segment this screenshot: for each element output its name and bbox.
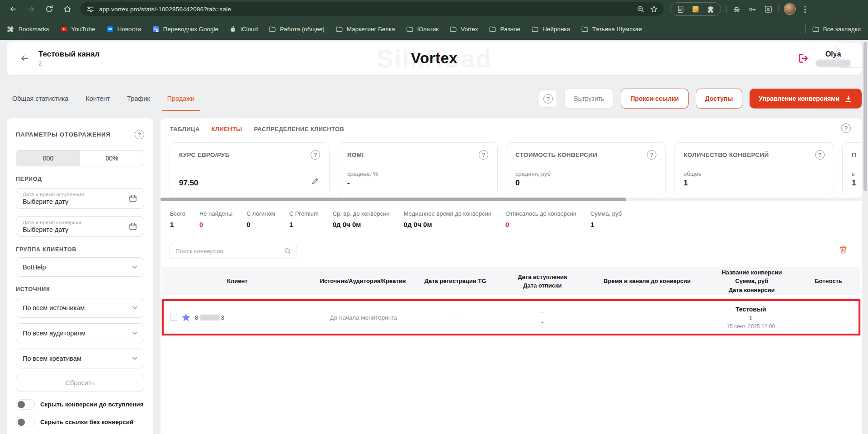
apps-grid-icon[interactable] bbox=[6, 25, 14, 33]
bookmark-item[interactable]: Vortex bbox=[449, 25, 478, 33]
bookmark-label: Переводчик Google bbox=[163, 26, 218, 33]
all-bookmarks-button[interactable]: Все закладки bbox=[812, 25, 861, 33]
export-button[interactable]: Выгрузить bbox=[564, 89, 613, 108]
bookmarks-divider bbox=[805, 24, 806, 33]
password-key-icon[interactable] bbox=[748, 5, 757, 14]
bookmark-item[interactable]: YouTube bbox=[60, 25, 95, 33]
bookmark-label: Татьяна Шумская bbox=[592, 26, 642, 33]
bookmark-item[interactable]: Маркетинг Белка bbox=[335, 25, 395, 33]
section-tab[interactable]: Трафик bbox=[127, 86, 150, 111]
view-subtab[interactable]: РАСПРЕДЕЛЕНИЕ КЛИЕНТОВ bbox=[254, 126, 344, 132]
delete-button[interactable] bbox=[838, 245, 848, 256]
section-tab[interactable]: Общая статистика bbox=[12, 86, 68, 111]
chevron-down-icon bbox=[132, 357, 137, 360]
bookmark-item[interactable]: Новости bbox=[106, 25, 141, 33]
client-group-label: ГРУППА КЛИЕНТОВ bbox=[16, 246, 144, 253]
metric-card-values: общее 1 bbox=[684, 170, 702, 188]
logout-icon[interactable] bbox=[797, 52, 809, 64]
help-button[interactable] bbox=[539, 90, 557, 108]
section-tab[interactable]: Продажи bbox=[167, 86, 195, 111]
metric-card-subtitle: в bbox=[852, 170, 856, 177]
site-settings-icon[interactable] bbox=[86, 5, 94, 14]
browser-back-button[interactable] bbox=[5, 1, 21, 17]
metric-help-icon[interactable] bbox=[311, 150, 320, 160]
row-checkbox[interactable] bbox=[170, 314, 177, 321]
page-scrollbar-thumb[interactable] bbox=[863, 42, 867, 191]
metric-help-icon[interactable] bbox=[479, 150, 488, 160]
panel-help-icon[interactable] bbox=[841, 123, 851, 133]
section-tab[interactable]: Контент bbox=[85, 86, 110, 111]
period-label: ПЕРИОД bbox=[16, 176, 144, 182]
translate-icon[interactable] bbox=[764, 5, 773, 14]
search-icon[interactable] bbox=[283, 247, 292, 255]
metric-card-values: 97.50 bbox=[179, 177, 198, 188]
sticky-note-extension-icon[interactable] bbox=[691, 5, 700, 14]
zoom-out-icon[interactable] bbox=[637, 5, 645, 14]
table-row[interactable]: 8 3 До начала мониторинга - - - Тестовый… bbox=[162, 299, 860, 335]
metric-card-title: П bbox=[852, 150, 856, 158]
access-button[interactable]: Доступы bbox=[696, 89, 743, 108]
sidebar-help-icon[interactable] bbox=[135, 130, 144, 139]
view-subtab[interactable]: ТАБЛИЦА bbox=[170, 126, 200, 132]
source-select[interactable]: По всем источникам bbox=[16, 298, 144, 318]
calendar-icon[interactable] bbox=[128, 222, 137, 231]
metric-card-title: КОЛИЧЕСТВО КОНВЕРСИЙ bbox=[684, 150, 769, 158]
chevron-down-icon bbox=[132, 331, 137, 335]
metric-help-icon[interactable] bbox=[647, 150, 656, 160]
date-input[interactable]: Дата и время конверсии Выберите дату bbox=[16, 216, 144, 237]
date-fields: Дата и время вступления Выберите дату Да… bbox=[16, 188, 144, 237]
browser-reload-button[interactable] bbox=[42, 1, 57, 17]
browser-home-button[interactable] bbox=[60, 1, 75, 17]
summary-stat-value: 1 bbox=[170, 221, 185, 228]
bookmark-item[interactable]: Переводчик Google bbox=[152, 25, 218, 33]
redacted-client-id bbox=[200, 315, 220, 321]
address-bar[interactable]: app.vortex.pro/stats/-1002856442086?tab=… bbox=[80, 2, 664, 16]
metric-card-bottom: в 1 bbox=[852, 170, 862, 188]
metric-card-title: КУРС ЕВРО/РУБ bbox=[179, 150, 230, 158]
table-column-header: Время в канале до конверсии bbox=[588, 277, 706, 286]
profile-avatar[interactable] bbox=[784, 3, 796, 15]
bookmark-star-icon[interactable] bbox=[650, 5, 658, 14]
bookmark-label: Маркетинг Белка bbox=[347, 26, 395, 33]
summary-stat-label: Всего bbox=[170, 210, 185, 217]
summary-stat-value: 0д 0ч 0м bbox=[404, 221, 491, 228]
bookmark-item[interactable]: Разное bbox=[489, 25, 520, 33]
date-input[interactable]: Дата и время вступления Выберите дату bbox=[16, 188, 144, 209]
summary-stat: Сумма, руб 1 bbox=[590, 210, 622, 228]
browser-forward-button[interactable] bbox=[24, 1, 39, 17]
view-subtab[interactable]: КЛИЕНТЫ bbox=[212, 126, 242, 132]
display-mode-option[interactable]: 00% bbox=[80, 151, 144, 166]
metric-help-icon[interactable] bbox=[815, 150, 825, 160]
incognito-icon[interactable] bbox=[732, 5, 741, 14]
toggle-switch[interactable] bbox=[16, 417, 35, 427]
conversion-sum: 1 bbox=[706, 315, 796, 321]
browser-menu-icon[interactable]: ⋮ bbox=[798, 5, 811, 13]
toggle-switch[interactable] bbox=[16, 399, 35, 410]
extensions-puzzle-icon[interactable] bbox=[706, 5, 715, 14]
conversion-date: 15 сент. 2025 12:00 bbox=[706, 323, 796, 330]
notes-extension-icon[interactable] bbox=[676, 5, 685, 14]
bookmark-item[interactable]: Нейронки bbox=[531, 25, 570, 33]
proxy-links-button[interactable]: Прокси-ссылки bbox=[621, 89, 688, 108]
source-select[interactable]: По всем креативам bbox=[16, 349, 144, 368]
conversion-search bbox=[170, 243, 297, 259]
bookmark-item[interactable]: Юльчик bbox=[406, 25, 439, 33]
edit-rate-icon[interactable] bbox=[311, 176, 320, 188]
table-column-header: Дата вступления Дата отписки bbox=[497, 273, 588, 290]
reset-button[interactable]: Сбросить bbox=[16, 374, 144, 392]
bookmark-item[interactable]: Работа (общее) bbox=[269, 25, 325, 33]
conversion-search-input[interactable] bbox=[175, 248, 283, 255]
bookmark-icon bbox=[269, 25, 276, 33]
bookmark-item[interactable]: Татьяна Шумская bbox=[581, 25, 642, 33]
display-mode-option[interactable]: 000 bbox=[16, 151, 80, 166]
back-button[interactable] bbox=[18, 52, 31, 65]
manage-conversions-button[interactable]: Управление конверсиями bbox=[750, 89, 862, 108]
metric-card: КУРС ЕВРО/РУБ 97.50 bbox=[170, 142, 330, 195]
source-select[interactable]: По всем аудиториям bbox=[16, 323, 144, 343]
calendar-icon[interactable] bbox=[128, 194, 137, 203]
horizontal-scrollbar-thumb[interactable] bbox=[160, 198, 626, 201]
client-group-select[interactable]: BotHelp bbox=[16, 257, 144, 277]
bookmark-icon bbox=[335, 25, 343, 33]
metric-card-bottom: среднее, % - bbox=[347, 170, 488, 188]
bookmark-item[interactable]: iCloud bbox=[229, 25, 258, 33]
